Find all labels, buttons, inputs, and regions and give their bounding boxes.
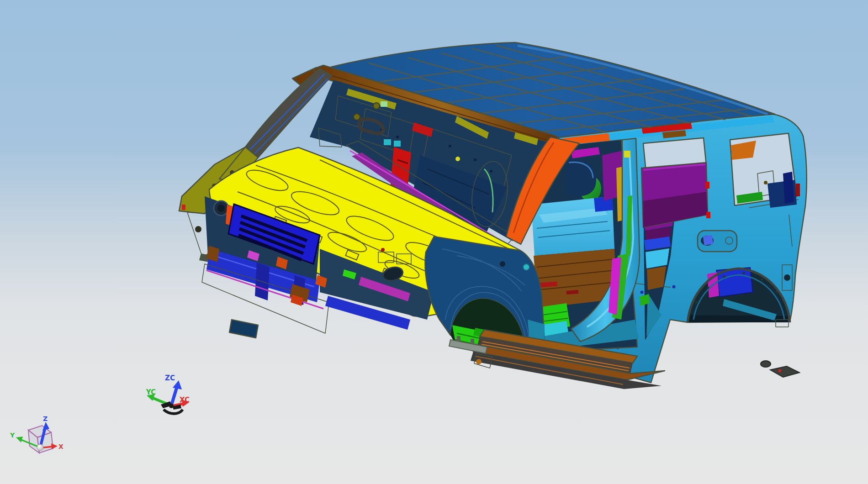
car-body-model[interactable] xyxy=(179,42,807,389)
model-canvas[interactable]: ZC YC XC Z Y X xyxy=(0,0,868,484)
wcs-yc-label: YC xyxy=(146,388,156,396)
wcs-zc-label: ZC xyxy=(165,374,175,382)
view-x-arrow[interactable] xyxy=(51,443,58,449)
view-y-arrow[interactable] xyxy=(16,437,23,442)
view-x-label: X xyxy=(58,443,64,450)
view-z-label: Z xyxy=(43,415,48,422)
wcs-xc-label: XC xyxy=(180,396,190,404)
view-orientation-triad[interactable]: Z Y X xyxy=(10,415,64,453)
door-handle-recess[interactable] xyxy=(698,231,737,252)
view-y-label: Y xyxy=(10,431,15,439)
cad-application-background: { "viewport": { "type": "3d-cad-viewport… xyxy=(0,0,868,484)
cad-3d-viewport[interactable]: ZC YC XC Z Y X xyxy=(0,0,868,484)
wcs-triad[interactable]: ZC YC XC xyxy=(146,374,190,414)
floating-small-parts[interactable] xyxy=(761,361,799,377)
